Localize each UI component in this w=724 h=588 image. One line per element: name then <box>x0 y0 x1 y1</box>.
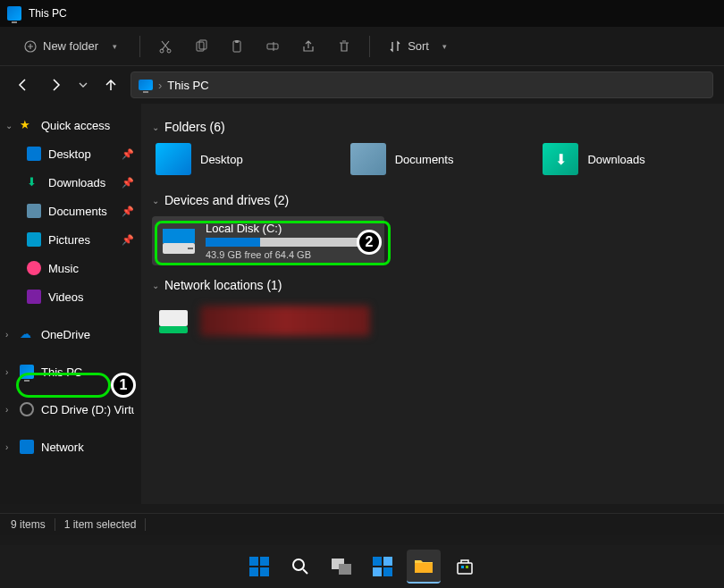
star-icon: ★ <box>20 118 34 132</box>
downloads-icon: ⬇ <box>27 175 41 189</box>
separator <box>369 36 370 57</box>
svg-rect-20 <box>373 557 382 566</box>
pin-icon: 📌 <box>122 206 134 217</box>
sidebar-network[interactable]: › Network <box>0 433 141 461</box>
back-button[interactable] <box>11 72 36 97</box>
sidebar-item-label: Desktop <box>48 147 91 161</box>
breadcrumb-location[interactable]: This PC <box>167 79 208 92</box>
sidebar-onedrive[interactable]: › ☁ OneDrive <box>0 320 141 349</box>
folder-downloads[interactable]: ⬇ Downloads <box>543 143 644 175</box>
paste-button[interactable] <box>221 34 253 59</box>
breadcrumb-sep: › <box>158 79 162 92</box>
store-button[interactable] <box>448 550 482 584</box>
sidebar-item-label: Pictures <box>48 233 90 247</box>
taskbar <box>0 545 724 588</box>
file-explorer-button[interactable] <box>407 550 441 584</box>
drive-info: Local Disk (C:) 43.9 GB free of 64.4 GB <box>206 222 375 260</box>
widgets-button[interactable] <box>366 550 400 584</box>
sort-label: Sort <box>408 39 429 53</box>
section-drives[interactable]: ⌄ Devices and drives (2) <box>152 193 724 207</box>
folder-icon: ⬇ <box>543 143 578 175</box>
task-view-button[interactable] <box>324 550 358 584</box>
svg-rect-6 <box>235 40 239 43</box>
status-bar: 9 items 1 item selected <box>0 513 724 535</box>
svg-rect-10 <box>188 248 193 249</box>
onedrive-label: OneDrive <box>41 328 90 341</box>
svg-rect-22 <box>373 567 382 576</box>
svg-rect-19 <box>339 564 351 575</box>
rename-icon <box>265 39 280 54</box>
network-location-item[interactable] <box>152 301 384 340</box>
section-title: Folders (6) <box>164 120 225 134</box>
new-folder-button[interactable]: New folder ▾ <box>14 34 130 59</box>
folder-documents[interactable]: Documents <box>350 143 454 175</box>
titlebar: This PC <box>0 0 724 27</box>
pin-icon: 📌 <box>122 148 134 160</box>
annotation-badge-1: 1 <box>111 373 136 398</box>
sidebar-item-pictures[interactable]: Pictures 📌 <box>0 225 141 254</box>
content-area: ⌄ ★ Quick access Desktop 📌 ⬇ Downloads 📌… <box>0 104 724 504</box>
section-title: Network locations (1) <box>164 278 282 292</box>
sidebar-item-music[interactable]: Music <box>0 254 141 282</box>
this-pc-icon <box>7 6 21 21</box>
chevron-down-icon: ⌄ <box>152 122 159 132</box>
drive-free-text: 43.9 GB free of 64.4 GB <box>206 249 375 260</box>
svg-rect-27 <box>466 566 468 568</box>
recent-button[interactable] <box>75 72 91 97</box>
chevron-right-icon: › <box>5 442 8 452</box>
sort-button[interactable]: Sort ▾ <box>379 34 461 59</box>
delete-button[interactable] <box>328 34 360 59</box>
rename-button[interactable] <box>257 34 289 59</box>
cloud-icon: ☁ <box>20 327 34 341</box>
svg-rect-26 <box>461 566 464 568</box>
network-label: Network <box>41 441 84 454</box>
address-bar[interactable]: › This PC <box>130 71 713 98</box>
copy-button[interactable] <box>185 34 217 59</box>
svg-rect-11 <box>159 310 188 326</box>
drive-icon <box>161 225 197 257</box>
svg-rect-12 <box>159 326 188 333</box>
forward-button[interactable] <box>43 72 68 97</box>
sidebar-item-desktop[interactable]: Desktop 📌 <box>0 139 141 168</box>
share-button[interactable] <box>292 34 324 59</box>
cut-icon <box>158 39 173 54</box>
section-title: Devices and drives (2) <box>164 193 289 207</box>
trash-icon <box>337 39 351 54</box>
chevron-down-icon: ⌄ <box>152 196 159 206</box>
chevron-down-icon: ⌄ <box>5 121 13 130</box>
sidebar-quick-access[interactable]: ⌄ ★ Quick access <box>0 111 141 139</box>
network-drive-icon <box>156 305 191 337</box>
section-network[interactable]: ⌄ Network locations (1) <box>152 278 724 292</box>
sidebar-item-label: Downloads <box>48 176 105 189</box>
sidebar-item-documents[interactable]: Documents 📌 <box>0 197 141 225</box>
drive-local-disk-c[interactable]: Local Disk (C:) 43.9 GB free of 64.4 GB <box>152 216 384 265</box>
svg-rect-13 <box>249 557 258 566</box>
main-panel: ⌄ Folders (6) Desktop Documents ⬇ Downlo… <box>141 104 724 504</box>
pin-icon: 📌 <box>122 177 134 189</box>
sidebar-cd-drive[interactable]: › CD Drive (D:) Virtual <box>0 395 141 424</box>
svg-rect-21 <box>383 557 392 566</box>
start-button[interactable] <box>242 550 276 584</box>
sort-icon <box>388 39 402 54</box>
search-button[interactable] <box>283 550 317 584</box>
chevron-down-icon: ⌄ <box>152 281 159 290</box>
svg-rect-25 <box>458 563 472 574</box>
drive-name: Local Disk (C:) <box>206 222 375 235</box>
sidebar-item-downloads[interactable]: ⬇ Downloads 📌 <box>0 168 141 197</box>
plus-icon <box>23 39 38 54</box>
toolbar: New folder ▾ Sort ▾ <box>0 27 724 66</box>
sidebar-item-videos[interactable]: Videos <box>0 282 141 311</box>
folder-icon <box>156 143 191 175</box>
pin-icon: 📌 <box>122 234 134 246</box>
svg-rect-24 <box>415 563 433 573</box>
folder-desktop[interactable]: Desktop <box>156 143 243 175</box>
chevron-down-icon: ▾ <box>107 39 122 54</box>
this-pc-icon <box>139 80 153 90</box>
section-folders[interactable]: ⌄ Folders (6) <box>152 120 724 134</box>
cut-button[interactable] <box>149 34 181 59</box>
svg-point-17 <box>293 559 304 570</box>
share-icon <box>301 39 316 54</box>
up-button[interactable] <box>98 72 123 97</box>
window-title: This PC <box>29 7 67 20</box>
network-icon <box>20 440 34 454</box>
